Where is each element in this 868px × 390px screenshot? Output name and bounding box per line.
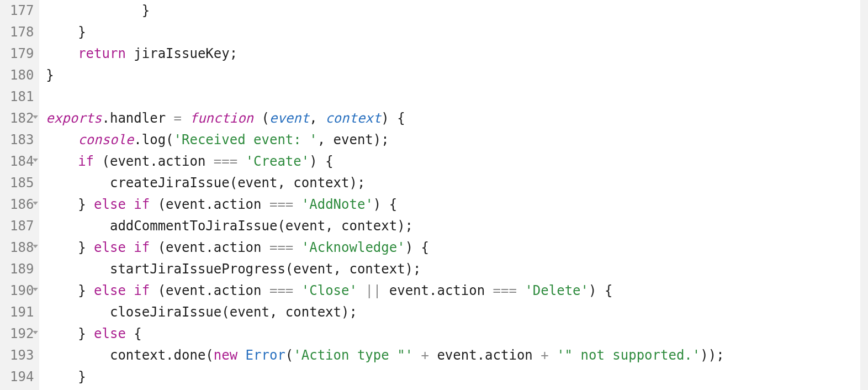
token-ident: ) xyxy=(309,154,325,169)
token-ident: , xyxy=(309,110,325,126)
token-op: === xyxy=(214,154,237,169)
code-line[interactable]: } xyxy=(46,366,868,388)
token-str: 'Delete' xyxy=(525,283,589,298)
token-str: 'Received event: ' xyxy=(174,132,317,147)
code-line[interactable]: addCommentToJiraIssue(event, context); xyxy=(46,215,868,237)
token-brace: { xyxy=(325,154,333,169)
code-line[interactable]: closeJiraIssue(event, context); xyxy=(46,302,868,323)
code-line[interactable]: console.log('Received event: ', event); xyxy=(46,129,868,151)
code-line[interactable]: } else if (event.action === 'Acknowledge… xyxy=(46,237,868,259)
code-line[interactable]: return jiraIssueKey; xyxy=(46,43,868,65)
code-line[interactable]: } xyxy=(46,22,868,43)
line-number[interactable]: 182 xyxy=(10,108,34,129)
token-op: === xyxy=(493,283,517,298)
token-brace: { xyxy=(421,240,429,255)
token-op: + xyxy=(541,347,548,363)
line-number-text: 191 xyxy=(10,304,34,320)
code-line[interactable]: } else if (event.action === 'AddNote') { xyxy=(46,194,868,215)
token-ident: context.done( xyxy=(110,347,214,363)
code-line[interactable]: }; xyxy=(46,388,868,390)
line-number[interactable]: 190 xyxy=(10,280,34,302)
token-str: 'AddNote' xyxy=(301,197,373,212)
token-ident: , event); xyxy=(317,132,389,147)
right-margin xyxy=(860,0,868,390)
token-ident: .handler xyxy=(102,110,174,126)
token-kw2: else xyxy=(94,240,126,255)
token-ident: event.action xyxy=(381,283,493,298)
code-line[interactable]: } xyxy=(46,0,868,22)
code-line[interactable]: } xyxy=(46,65,868,86)
token-brace: } xyxy=(78,369,86,384)
token-ident: (event.action xyxy=(94,154,214,169)
token-ident: addCommentToJiraIssue(event, context); xyxy=(110,218,413,234)
token-sp xyxy=(237,347,245,363)
line-number[interactable]: 191 xyxy=(10,302,34,323)
indent xyxy=(46,347,110,363)
fold-marker-icon[interactable] xyxy=(33,159,38,162)
line-number[interactable]: 186 xyxy=(10,194,34,215)
line-number[interactable]: 189 xyxy=(10,259,34,280)
indent xyxy=(46,154,78,169)
token-op: = xyxy=(174,110,182,126)
line-number[interactable]: 193 xyxy=(10,345,34,366)
token-sp xyxy=(293,283,301,298)
fold-marker-icon[interactable] xyxy=(33,115,38,119)
line-number[interactable]: 178 xyxy=(10,22,34,43)
line-number-text: 182 xyxy=(10,110,34,126)
line-number-text: 181 xyxy=(10,89,34,104)
token-brace: } xyxy=(78,197,86,212)
indent xyxy=(46,3,141,18)
token-sp xyxy=(293,240,301,255)
line-number[interactable]: 180 xyxy=(10,65,34,86)
line-number[interactable]: 187 xyxy=(10,215,34,237)
token-ident: createJiraIssue(event, context); xyxy=(110,175,365,191)
token-ident: ) xyxy=(373,197,389,212)
fold-marker-icon[interactable] xyxy=(33,202,38,205)
token-kw2: if xyxy=(134,283,150,298)
token-ident: closeJiraIssue(event, context); xyxy=(110,304,357,320)
indent xyxy=(46,240,78,255)
fold-marker-icon[interactable] xyxy=(33,288,38,291)
code-line[interactable]: } else { xyxy=(46,323,868,345)
fold-marker-icon[interactable] xyxy=(33,331,38,334)
line-number[interactable]: 179 xyxy=(10,43,34,65)
code-editor[interactable]: 177178179180181182 183184 185186 187188 … xyxy=(0,0,868,390)
indent xyxy=(46,261,110,277)
code-line[interactable]: context.done(new Error('Action type "' +… xyxy=(46,345,868,366)
token-sp xyxy=(126,240,134,255)
token-sp xyxy=(389,110,397,126)
line-number[interactable]: 188 xyxy=(10,237,34,259)
code-area[interactable]: } } return jiraIssueKey;}exports.handler… xyxy=(39,0,868,390)
code-line[interactable]: createJiraIssue(event, context); xyxy=(46,172,868,194)
line-number[interactable]: 183 xyxy=(10,129,34,151)
line-number-text: 185 xyxy=(10,175,34,191)
token-brace: } xyxy=(78,283,86,298)
token-kw2: else xyxy=(94,283,126,298)
token-brace: { xyxy=(134,326,141,341)
line-number[interactable]: 192 xyxy=(10,323,34,345)
token-sp xyxy=(126,326,134,341)
code-line[interactable]: exports.handler = function (event, conte… xyxy=(46,108,868,129)
fold-marker-icon[interactable] xyxy=(33,245,38,248)
indent xyxy=(46,175,110,191)
line-number[interactable]: 185 xyxy=(10,172,34,194)
token-str: 'Action type "' xyxy=(293,347,413,363)
token-brace: } xyxy=(46,67,54,83)
code-line[interactable] xyxy=(46,86,868,108)
line-number[interactable]: 184 xyxy=(10,151,34,172)
indent xyxy=(46,24,78,40)
token-ident: )); xyxy=(700,347,724,363)
code-line[interactable]: startJiraIssueProgress(event, context); xyxy=(46,259,868,280)
line-number[interactable]: 177 xyxy=(10,0,34,22)
line-number[interactable]: 195 xyxy=(10,388,34,390)
line-number[interactable]: 181 xyxy=(10,86,34,108)
token-sp xyxy=(86,283,94,298)
line-number-gutter[interactable]: 177178179180181182 183184 185186 187188 … xyxy=(0,0,39,390)
indent xyxy=(46,132,78,147)
code-line[interactable]: if (event.action === 'Create') { xyxy=(46,151,868,172)
code-line[interactable]: } else if (event.action === 'Close' || e… xyxy=(46,280,868,302)
token-ident xyxy=(357,283,365,298)
token-ident: ( xyxy=(285,347,293,363)
token-ident: ) xyxy=(589,283,605,298)
line-number[interactable]: 194 xyxy=(10,366,34,388)
